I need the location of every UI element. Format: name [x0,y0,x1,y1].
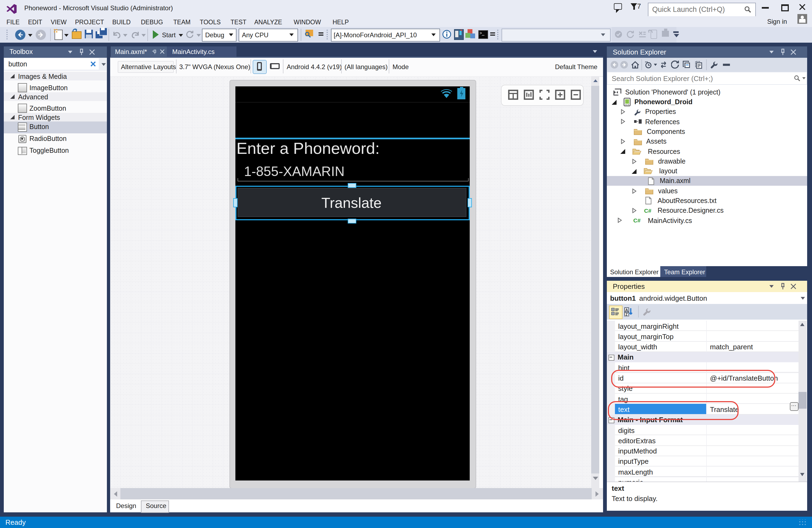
svg-text:Z: Z [625,312,628,317]
svg-text:A: A [625,308,628,312]
